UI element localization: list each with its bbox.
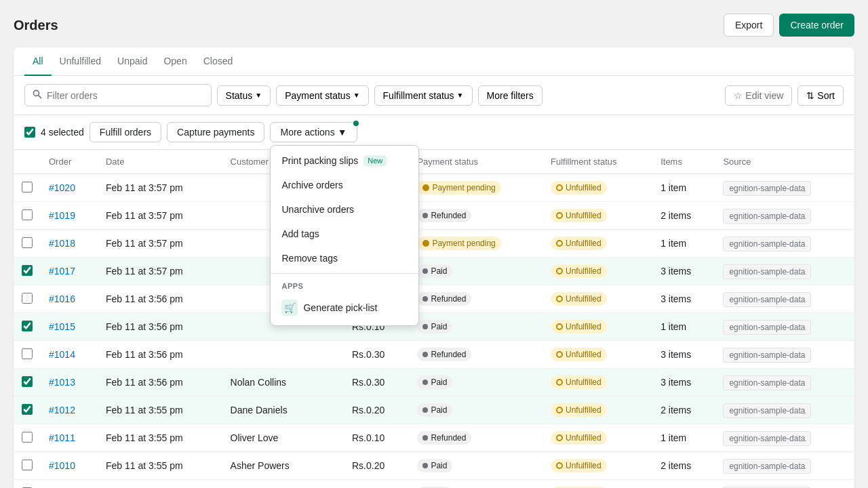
row-source: egnition-sample-data [715, 424, 854, 452]
add-tags-label: Add tags [281, 228, 319, 239]
tab-all[interactable]: All [24, 47, 52, 76]
row-checkbox[interactable] [22, 460, 33, 470]
row-fulfillment-status: Unfulfilled [542, 452, 652, 480]
row-items: 1 item [652, 424, 715, 452]
export-button[interactable]: Export [724, 14, 774, 37]
row-payment-status: Paid [409, 396, 542, 424]
row-date: Feb 11 at 3:55 pm [98, 424, 222, 452]
row-total: Rs.0.20 [344, 396, 409, 424]
tab-closed[interactable]: Closed [195, 47, 241, 76]
table-row[interactable]: #1018 Feb 11 at 3:57 pm Rs.0.10 Payment … [14, 230, 854, 258]
table-row[interactable]: #1013 Feb 11 at 3:56 pm Nolan Collins Rs… [14, 369, 854, 396]
row-checkbox-cell[interactable] [14, 313, 41, 341]
more-actions-chevron-icon: ▼ [338, 127, 347, 138]
row-source: egnition-sample-data [715, 313, 854, 341]
row-source: egnition-sample-data [715, 230, 854, 258]
tab-unpaid[interactable]: Unpaid [109, 47, 155, 76]
row-source: egnition-sample-data [715, 202, 854, 230]
table-row[interactable]: #1020 Feb 11 at 3:57 pm Rs.0.10 Payment … [14, 174, 854, 202]
row-fulfillment-status: Unfulfilled [542, 424, 652, 452]
row-checkbox-cell[interactable] [14, 174, 41, 202]
table-row[interactable]: #1014 Feb 11 at 3:56 pm Rs.0.30 Refunded… [14, 341, 854, 369]
row-customer: Nolan Collins [222, 369, 344, 396]
row-checkbox[interactable] [22, 348, 33, 359]
more-filters-button[interactable]: More filters [478, 85, 542, 106]
row-items: 3 items [652, 369, 715, 396]
page: Orders Export Create order All Unfulfill… [0, 0, 868, 488]
row-total: Rs.0.20 [344, 452, 409, 480]
row-checkbox-cell[interactable] [14, 230, 41, 258]
search-input[interactable] [47, 90, 204, 101]
row-checkbox[interactable] [22, 432, 33, 443]
table-row[interactable]: #1012 Feb 11 at 3:55 pm Dane Daniels Rs.… [14, 396, 854, 424]
row-date: Feb 11 at 3:55 pm [98, 452, 222, 480]
fulfillment-status-filter-button[interactable]: Fulfillment status ▼ [374, 85, 473, 106]
select-all-checkbox[interactable] [24, 127, 35, 138]
table-row[interactable]: #1010 Feb 11 at 3:55 pm Asher Powers Rs.… [14, 452, 854, 480]
create-order-button[interactable]: Create order [779, 14, 854, 37]
remove-tags-item[interactable]: Remove tags [271, 246, 418, 270]
row-checkbox[interactable] [22, 293, 33, 304]
row-checkbox[interactable] [22, 321, 33, 331]
unarchive-orders-item[interactable]: Unarchive orders [271, 197, 418, 222]
row-date: Feb 11 at 3:56 pm [98, 285, 222, 313]
row-checkbox-cell[interactable] [14, 396, 41, 424]
fulfill-orders-button[interactable]: Fulfill orders [90, 122, 161, 142]
table-row[interactable]: #1009 Feb 11 at 3:55 pm Chadwick Medina … [14, 480, 854, 489]
row-payment-status: Refunded [409, 341, 542, 369]
row-checkbox[interactable] [22, 209, 33, 220]
row-checkbox-cell[interactable] [14, 480, 41, 489]
th-order: Order [41, 150, 98, 174]
row-checkbox-cell[interactable] [14, 369, 41, 396]
row-payment-status: Refunded [409, 424, 542, 452]
row-checkbox[interactable] [22, 265, 33, 276]
sort-button[interactable]: ⇅ Sort [797, 85, 844, 106]
row-checkbox[interactable] [22, 404, 33, 415]
tab-unfulfilled[interactable]: Unfulfilled [52, 47, 109, 76]
row-checkbox[interactable] [22, 376, 33, 387]
more-actions-button[interactable]: More actions ▼ [270, 122, 357, 142]
row-order-id: #1012 [41, 396, 98, 424]
row-items: 2 items [652, 202, 715, 230]
row-checkbox-cell[interactable] [14, 452, 41, 480]
table-row[interactable]: #1011 Feb 11 at 3:55 pm Oliver Love Rs.0… [14, 424, 854, 452]
row-checkbox-cell[interactable] [14, 258, 41, 285]
star-icon: ☆ [734, 90, 743, 101]
row-date: Feb 11 at 3:57 pm [98, 202, 222, 230]
row-date: Feb 11 at 3:57 pm [98, 230, 222, 258]
row-checkbox-cell[interactable] [14, 424, 41, 452]
search-icon [32, 89, 43, 102]
tabs-bar: All Unfulfilled Unpaid Open Closed [14, 47, 854, 76]
status-filter-button[interactable]: Status ▼ [217, 85, 271, 106]
row-checkbox-cell[interactable] [14, 202, 41, 230]
new-badge: New [363, 155, 387, 166]
generate-pick-list-item[interactable]: 🛒 Generate pick-list [271, 293, 418, 323]
payment-status-filter-button[interactable]: Payment status ▼ [276, 85, 368, 106]
table-row[interactable]: #1015 Feb 11 at 3:56 pm Rs.0.10 Paid Unf… [14, 313, 854, 341]
row-items: 1 item [652, 480, 715, 489]
capture-payments-button[interactable]: Capture payments [167, 122, 264, 142]
table-row[interactable]: #1017 Feb 11 at 3:57 pm Rs.0.30 Paid Unf… [14, 258, 854, 285]
row-date: Feb 11 at 3:55 pm [98, 396, 222, 424]
archive-orders-item[interactable]: Archive orders [271, 173, 418, 197]
tab-open[interactable]: Open [155, 47, 195, 76]
row-checkbox[interactable] [22, 182, 33, 192]
print-packing-slips-item[interactable]: Print packing slips New [271, 148, 418, 173]
row-order-id: #1009 [41, 480, 98, 489]
search-box[interactable] [24, 84, 212, 106]
row-date: Feb 11 at 3:57 pm [98, 258, 222, 285]
row-payment-status: Paid [409, 452, 542, 480]
table-row[interactable]: #1016 Feb 11 at 3:56 pm Rs.0.30 Refunded… [14, 285, 854, 313]
row-checkbox-cell[interactable] [14, 341, 41, 369]
edit-view-button[interactable]: ☆ Edit view [725, 85, 792, 106]
th-checkbox [14, 150, 41, 174]
row-fulfillment-status: Unfulfilled [542, 285, 652, 313]
row-checkbox-cell[interactable] [14, 285, 41, 313]
row-total: Rs.0.30 [344, 341, 409, 369]
add-tags-item[interactable]: Add tags [271, 222, 418, 246]
sort-icon: ⇅ [806, 90, 814, 101]
table-row[interactable]: #1019 Feb 11 at 3:57 pm Rs.0.20 Refunded… [14, 202, 854, 230]
row-checkbox[interactable] [22, 237, 33, 248]
row-payment-status: Paid [409, 313, 542, 341]
row-date: Feb 11 at 3:56 pm [98, 341, 222, 369]
